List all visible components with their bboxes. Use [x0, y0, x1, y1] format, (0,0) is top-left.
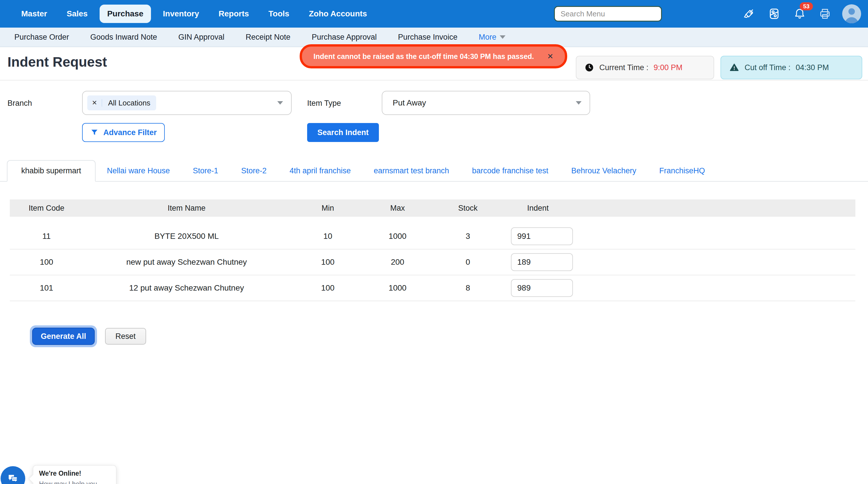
subnav-item-purchase-invoice[interactable]: Purchase Invoice: [398, 33, 458, 42]
page-title: Indent Request: [7, 54, 107, 70]
cell-stock: 8: [429, 283, 506, 292]
cell-name: 12 put away Schezwan Chutney: [83, 283, 290, 292]
cell-name: BYTE 20X500 ML: [83, 232, 290, 241]
live-chat-button[interactable]: [1, 466, 25, 484]
subnav-more[interactable]: More: [479, 33, 506, 42]
toast-close-icon[interactable]: ✕: [545, 51, 556, 62]
nav-item-master[interactable]: Master: [14, 5, 55, 23]
toast-message: Indent cannot be raised as the cut-off t…: [313, 52, 545, 61]
tab-franchisehq[interactable]: FranchiseHQ: [648, 161, 716, 181]
nav-item-tools[interactable]: Tools: [261, 5, 297, 23]
tab-khabib-supermart[interactable]: khabib supermart: [7, 160, 96, 182]
chat-status-prompt: How may I help you today?: [39, 480, 110, 484]
subnav-item-goods-inward-note[interactable]: Goods Inward Note: [90, 33, 157, 42]
search-indent-button[interactable]: Search Indent: [307, 123, 379, 142]
subnav-item-receipt-note[interactable]: Receipt Note: [246, 33, 290, 42]
notifications-bell-icon[interactable]: 53: [793, 7, 807, 21]
advance-filter-label: Advance Filter: [103, 128, 157, 137]
filter-funnel-icon: [90, 128, 99, 137]
table-header: Item CodeItem NameMinMaxStockIndent: [10, 199, 856, 217]
zoho-books-icon[interactable]: [768, 7, 781, 21]
current-time-box: Current Time : 9:00 PM: [576, 56, 714, 79]
chip-remove-icon[interactable]: ✕: [87, 99, 102, 107]
subnav-item-purchase-order[interactable]: Purchase Order: [14, 33, 69, 42]
cutoff-time-box: Cut off Time : 04:30 PM: [720, 56, 862, 79]
chevron-down-icon: [277, 101, 283, 105]
indent-quantity-input[interactable]: [511, 279, 573, 297]
tab-store-2[interactable]: Store-2: [229, 161, 278, 181]
nav-item-inventory[interactable]: Inventory: [156, 5, 207, 23]
print-icon[interactable]: [818, 7, 832, 21]
table-row: 10112 put away Schezwan Chutney10010008: [10, 275, 856, 301]
cell-min: 100: [290, 258, 366, 267]
tab-4th-april-franchise[interactable]: 4th april franchise: [278, 161, 362, 181]
reset-button[interactable]: Reset: [105, 328, 146, 345]
generate-all-focus-ring: Generate All: [30, 325, 97, 347]
indent-quantity-input[interactable]: [511, 227, 573, 245]
chevron-down-icon: [576, 101, 582, 105]
cell-code: 100: [10, 258, 83, 267]
tab-behrouz-velachery[interactable]: Behrouz Velachery: [560, 161, 648, 181]
item-type-select[interactable]: Put Away: [382, 91, 590, 115]
chevron-down-icon: [500, 35, 505, 39]
cutoff-time-value: 04:30 PM: [796, 63, 829, 72]
column-header-min: Min: [290, 204, 366, 213]
tab-nellai-ware-house[interactable]: Nellai ware House: [96, 161, 181, 181]
footer-actions: Generate All Reset: [30, 325, 146, 347]
branch-chip: ✕ All Locations: [87, 95, 156, 110]
nav-item-zoho-accounts[interactable]: Zoho Accounts: [301, 5, 375, 23]
clock-icon: [584, 63, 594, 73]
column-header-max: Max: [366, 204, 429, 213]
subnav-item-gin-approval[interactable]: GIN Approval: [178, 33, 224, 42]
table-row: 11BYTE 20X500 ML1010003: [10, 224, 856, 250]
topnav-right: 53: [554, 4, 861, 23]
chat-status-card[interactable]: We're Online! How may I help you today?: [33, 465, 117, 484]
column-header-stock: Stock: [429, 204, 506, 213]
cell-code: 101: [10, 283, 83, 292]
notification-count-badge: 53: [800, 2, 813, 10]
cell-max: 1000: [366, 283, 429, 292]
tab-barcode-franchise-test[interactable]: barcode franchise test: [461, 161, 560, 181]
current-time-label: Current Time :: [599, 63, 648, 72]
header-divider: [0, 80, 868, 81]
table-body: 11BYTE 20X500 ML1010003100new put away S…: [10, 224, 856, 301]
nav-item-purchase[interactable]: Purchase: [100, 5, 151, 23]
top-navigation-bar: MasterSalesPurchaseInventoryReportsTools…: [0, 0, 868, 28]
topnav-icons: 53: [742, 7, 832, 21]
advance-filter-button[interactable]: Advance Filter: [82, 123, 165, 142]
branch-select[interactable]: ✕ All Locations: [82, 91, 291, 115]
generate-all-button[interactable]: Generate All: [32, 328, 95, 345]
warning-icon: [729, 62, 739, 73]
indent-quantity-input[interactable]: [511, 253, 573, 271]
table-row: 100new put away Schezwan Chutney1002000: [10, 250, 856, 275]
cell-max: 1000: [366, 232, 429, 241]
search-menu-input[interactable]: [554, 6, 662, 22]
cell-stock: 0: [429, 258, 506, 267]
column-header-item-name: Item Name: [83, 204, 290, 213]
nav-item-reports[interactable]: Reports: [211, 5, 257, 23]
current-time-value: 9:00 PM: [654, 63, 683, 72]
nav-item-sales[interactable]: Sales: [59, 5, 95, 23]
cutoff-time-label: Cut off Time :: [745, 63, 790, 72]
branch-chip-label: All Locations: [102, 98, 156, 108]
subnav-more-label: More: [479, 33, 497, 42]
cell-stock: 3: [429, 232, 506, 241]
user-avatar[interactable]: [842, 4, 861, 23]
column-header-indent: Indent: [506, 204, 569, 213]
cutoff-error-toast: Indent cannot be raised as the cut-off t…: [300, 44, 567, 68]
subnav-item-purchase-approval[interactable]: Purchase Approval: [312, 33, 377, 42]
cell-min: 100: [290, 283, 366, 292]
branch-label: Branch: [7, 99, 32, 108]
subnav-items: Purchase OrderGoods Inward NoteGIN Appro…: [14, 33, 479, 42]
cell-max: 200: [366, 258, 429, 267]
chat-bubbles-icon: [7, 472, 19, 484]
item-type-value: Put Away: [387, 98, 426, 108]
cell-name: new put away Schezwan Chutney: [83, 258, 290, 267]
chat-status-title: We're Online!: [39, 469, 110, 477]
tab-earnsmart-test-branch[interactable]: earnsmart test branch: [362, 161, 461, 181]
tab-store-1[interactable]: Store-1: [181, 161, 230, 181]
topnav-items: MasterSalesPurchaseInventoryReportsTools…: [14, 5, 375, 23]
cell-min: 10: [290, 232, 366, 241]
column-header-item-code: Item Code: [10, 204, 83, 213]
theme-brush-icon[interactable]: [742, 7, 756, 21]
